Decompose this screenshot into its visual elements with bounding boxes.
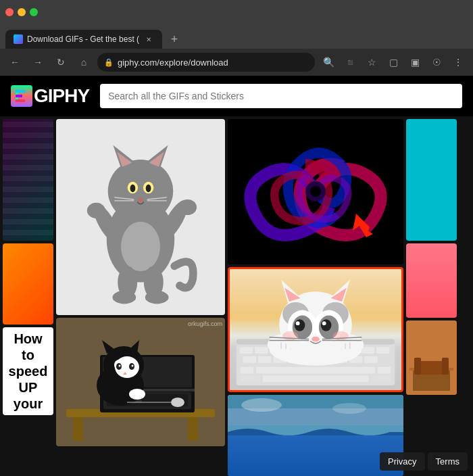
ocean-gif[interactable] (228, 395, 403, 476)
home-button[interactable]: ⌂ (74, 53, 93, 72)
svg-point-55 (105, 389, 122, 400)
svg-rect-30 (188, 417, 198, 441)
swirl-gif[interactable] (228, 119, 403, 264)
search-bar[interactable] (100, 84, 462, 108)
back-button[interactable]: ← (5, 53, 24, 72)
svg-point-56 (129, 389, 145, 400)
giphy-logo[interactable]: GIPHY (11, 85, 89, 107)
puzzle-icon[interactable]: ▣ (405, 53, 424, 72)
room-gif[interactable] (406, 320, 457, 395)
svg-point-23 (121, 222, 160, 271)
giphy-content: GIPHY How to speed UP your (0, 76, 473, 476)
title-bar (0, 0, 473, 24)
privacy-button[interactable]: Privacy (380, 452, 425, 471)
svg-point-5 (108, 160, 174, 222)
window-buttons (5, 8, 38, 16)
grid-col-2: orkugifs.com (56, 119, 225, 476)
giphy-icon-svg (14, 89, 29, 103)
browser-chrome: Download GIFs - Get the best ( ✕ + ← → ↻… (0, 0, 473, 76)
close-button[interactable] (5, 8, 14, 16)
screenshot-icon[interactable]: ▢ (384, 53, 403, 72)
cyan-gif[interactable] (406, 119, 457, 241)
svg-point-27 (145, 291, 169, 304)
svg-point-114 (322, 321, 326, 325)
ocean-svg (228, 395, 403, 476)
profile-icon[interactable]: ☉ (427, 53, 446, 72)
grid-col-1: How to speed UP your (3, 119, 53, 476)
tab-favicon (14, 34, 23, 44)
svg-rect-76 (243, 356, 257, 363)
swirl-svg (228, 119, 403, 264)
svg-rect-132 (414, 358, 421, 375)
svg-rect-90 (371, 375, 391, 382)
footer-buttons: Privacy Terms (380, 452, 468, 471)
laptop-cat-gif[interactable]: orkugifs.com (56, 318, 225, 446)
dancing-cat-svg (80, 122, 201, 312)
svg-rect-1 (16, 90, 25, 93)
gif-grid: How to speed UP your (0, 116, 473, 476)
pixel-art-gif[interactable] (3, 119, 53, 241)
svg-point-116 (282, 331, 298, 341)
lock-icon: 🔒 (104, 58, 114, 67)
speed-text-content: How to speed UP your (9, 331, 48, 412)
nav-actions: 🔍 ◾ ☆ ▢ ▣ ☉ ⋮ (319, 53, 468, 72)
svg-point-117 (332, 331, 348, 341)
refresh-button[interactable]: ↻ (51, 53, 70, 72)
search-input[interactable] (108, 91, 454, 101)
svg-point-22 (178, 199, 197, 215)
svg-point-115 (312, 337, 320, 342)
bookmark-icon[interactable]: ☆ (362, 53, 381, 72)
svg-rect-2 (16, 95, 22, 97)
nav-bar: ← → ↻ ⌂ 🔒 giphy.com/explore/download 🔍 ◾… (0, 49, 473, 76)
svg-point-21 (87, 203, 105, 218)
svg-point-12 (130, 185, 136, 193)
svg-rect-75 (376, 347, 390, 354)
svg-rect-86 (241, 367, 254, 374)
terms-button[interactable]: Terms (428, 452, 468, 471)
svg-rect-77 (258, 356, 272, 363)
svg-point-53 (132, 365, 134, 367)
orange-gif[interactable] (3, 243, 53, 325)
dancing-cat-gif[interactable] (56, 119, 225, 315)
anime-cat-svg (230, 267, 401, 390)
address-bar[interactable]: 🔒 giphy.com/explore/download (97, 53, 315, 72)
tab-bar: Download GIFs - Get the best ( ✕ + (0, 24, 473, 49)
menu-icon[interactable]: ⋮ (449, 53, 468, 72)
svg-point-26 (112, 291, 136, 304)
svg-point-13 (146, 185, 151, 193)
svg-rect-74 (361, 347, 374, 354)
svg-rect-133 (442, 358, 449, 375)
extensions-icon[interactable]: ◾ (341, 53, 359, 72)
svg-point-57 (171, 398, 184, 407)
svg-rect-88 (241, 375, 260, 382)
svg-rect-29 (73, 417, 83, 441)
svg-point-113 (296, 321, 300, 325)
forward-button[interactable]: → (28, 53, 47, 72)
svg-rect-87 (378, 367, 391, 374)
grid-col-3 (228, 119, 403, 476)
search-icon[interactable]: 🔍 (319, 53, 338, 72)
svg-point-61 (310, 186, 321, 197)
svg-point-112 (321, 319, 332, 331)
svg-rect-67 (255, 347, 268, 354)
room-svg (406, 320, 457, 395)
grid-col-4 (406, 119, 457, 476)
svg-point-126 (241, 398, 282, 412)
speed-text-gif[interactable]: How to speed UP your (3, 327, 53, 415)
tab-close-button[interactable]: ✕ (143, 34, 154, 45)
anime-cat-gif[interactable] (228, 267, 403, 392)
new-tab-button[interactable]: + (165, 30, 184, 49)
svg-point-111 (295, 319, 305, 331)
laptop-cat-svg (59, 321, 222, 443)
active-tab[interactable]: Download GIFs - Get the best ( ✕ (5, 30, 162, 49)
watermark: orkugifs.com (188, 320, 222, 327)
minimize-button[interactable] (18, 8, 26, 16)
logo-text: GIPHY (34, 85, 89, 107)
peach-gif[interactable] (406, 243, 457, 318)
svg-rect-89 (263, 375, 368, 382)
giphy-header: GIPHY (0, 76, 473, 116)
svg-rect-84 (364, 356, 378, 363)
logo-icon (11, 85, 32, 107)
maximize-button[interactable] (30, 8, 38, 16)
tab-title: Download GIFs - Get the best ( (27, 34, 139, 44)
